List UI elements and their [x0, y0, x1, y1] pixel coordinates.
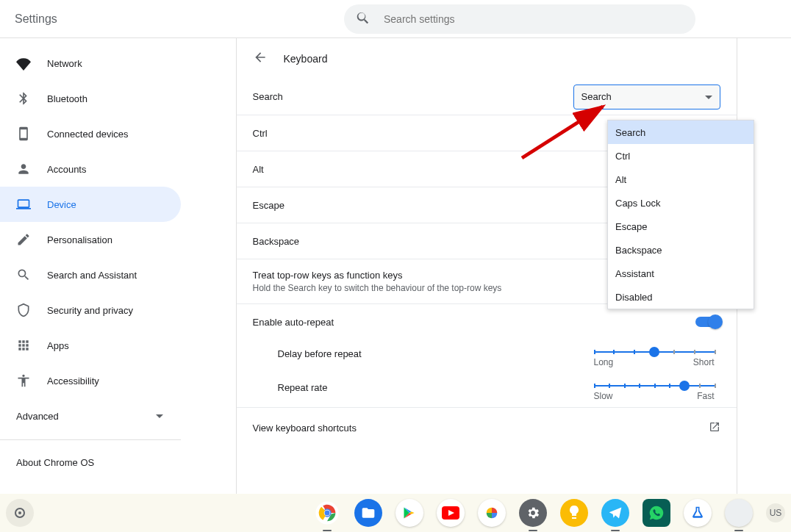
about-label: About Chrome OS [16, 457, 94, 468]
sidebar-item-personalisation[interactable]: Personalisation [0, 222, 181, 257]
row-label-ctrl: Ctrl [253, 128, 268, 139]
rate-right: Fast [697, 391, 714, 401]
sidebar-item-label: Apps [47, 340, 69, 351]
toggle-auto-repeat[interactable] [695, 317, 720, 327]
dropdown-option[interactable]: Backspace [608, 238, 754, 262]
row-shortcuts[interactable]: View keyboard shortcuts [237, 407, 737, 448]
person-icon [16, 162, 31, 176]
search-box[interactable] [344, 4, 695, 34]
wifi-icon [16, 56, 31, 71]
app-experiment[interactable] [684, 499, 712, 527]
sidebar-item-accounts[interactable]: Accounts [0, 151, 181, 187]
sidebar-item-device[interactable]: Device [0, 187, 181, 222]
divider [0, 439, 181, 440]
dropdown-option[interactable]: Escape [608, 215, 754, 238]
sidebar-item-network[interactable]: Network [0, 46, 181, 81]
app-settings[interactable] [519, 499, 547, 527]
sidebar-item-apps[interactable]: Apps [0, 328, 181, 363]
dropdown-option[interactable]: Caps Lock [608, 191, 754, 215]
row-label-escape: Escape [253, 200, 284, 211]
app-keep[interactable] [560, 499, 588, 527]
chevron-down-icon [156, 414, 163, 422]
row-label-backspace: Backspace [253, 236, 300, 247]
sidebar-item-label: Bluetooth [47, 93, 87, 104]
launcher-button[interactable] [6, 499, 34, 527]
row-delay: Delay before repeat LongShort [237, 339, 737, 373]
advanced-label: Advanced [16, 411, 59, 422]
dropdown-option[interactable]: Assistant [608, 262, 754, 285]
bluetooth-icon [16, 91, 31, 106]
sidebar-item-label: Security and privacy [47, 305, 133, 316]
dropdown-option[interactable]: Search [608, 121, 754, 144]
search-input[interactable] [384, 13, 684, 25]
row-label-alt: Alt [253, 164, 264, 175]
search-icon [16, 267, 31, 282]
row-search: Search Search [237, 79, 737, 115]
page-title: Keyboard [284, 53, 328, 65]
caret-down-icon [705, 96, 712, 103]
sidebar-item-label: Accessibility [47, 375, 99, 387]
locale-indicator[interactable]: US [766, 503, 785, 522]
row-label-auto-repeat: Enable auto-repeat [253, 317, 334, 328]
taskbar: US [0, 494, 791, 532]
sidebar-item-label: Connected devices [47, 129, 129, 140]
sidebar-item-security[interactable]: Security and privacy [0, 292, 181, 328]
dropdown-option[interactable]: Alt [608, 168, 754, 191]
slider-delay[interactable]: LongShort [594, 345, 715, 367]
laptop-icon [16, 197, 31, 212]
app-play-store[interactable] [396, 499, 423, 527]
sidebar-item-label: Personalisation [47, 234, 112, 245]
app-files[interactable] [354, 499, 382, 527]
accessibility-icon [16, 373, 31, 388]
shield-icon [16, 303, 31, 317]
sidebar-item-label: Network [47, 58, 82, 69]
sidebar-item-connected-devices[interactable]: Connected devices [0, 116, 181, 151]
app-youtube[interactable] [437, 499, 465, 527]
shelf-apps [313, 499, 753, 527]
back-button[interactable] [253, 50, 268, 67]
dropdown-option[interactable]: Disabled [608, 285, 754, 309]
label-delay: Delay before repeat [278, 345, 362, 359]
sidebar-item-label: Device [47, 199, 76, 210]
slider-rate[interactable]: SlowFast [594, 379, 715, 401]
app-whatsapp[interactable] [643, 499, 670, 527]
sidebar-item-search-assistant[interactable]: Search and Assistant [0, 257, 181, 292]
search-icon [356, 10, 384, 27]
label-rate: Repeat rate [278, 379, 328, 393]
sidebar-advanced[interactable]: Advanced [0, 398, 181, 434]
delay-left: Long [594, 357, 614, 367]
app-telegram[interactable] [601, 499, 629, 527]
app-generic[interactable] [725, 499, 753, 527]
row-rate: Repeat rate SlowFast [237, 373, 737, 407]
sidebar-item-label: Accounts [47, 164, 86, 175]
sidebar: Network Bluetooth Connected devices Acco… [0, 38, 181, 494]
app-title: Settings [15, 12, 344, 26]
phone-icon [16, 126, 31, 141]
sidebar-item-label: Search and Assistant [47, 270, 137, 281]
app-photos[interactable] [478, 499, 506, 527]
dropdown-key-options: Search Ctrl Alt Caps Lock Escape Backspa… [607, 120, 754, 309]
sidebar-item-accessibility[interactable]: Accessibility [0, 363, 181, 398]
sidebar-item-about[interactable]: About Chrome OS [0, 446, 181, 478]
select-search-key[interactable]: Search [573, 85, 720, 109]
label-shortcuts: View keyboard shortcuts [253, 423, 357, 434]
open-external-icon [709, 421, 720, 435]
page-header: Keyboard [237, 38, 737, 79]
apps-icon [16, 338, 31, 353]
dropdown-option[interactable]: Ctrl [608, 144, 754, 168]
row-label-search: Search [253, 91, 283, 102]
app-chrome[interactable] [313, 499, 341, 527]
app-header: Settings [0, 0, 791, 38]
delay-right: Short [693, 357, 715, 367]
sidebar-item-bluetooth[interactable]: Bluetooth [0, 81, 181, 116]
rate-left: Slow [594, 391, 613, 401]
svg-point-3 [324, 510, 329, 515]
edit-icon [16, 232, 31, 247]
select-value: Search [581, 91, 612, 102]
